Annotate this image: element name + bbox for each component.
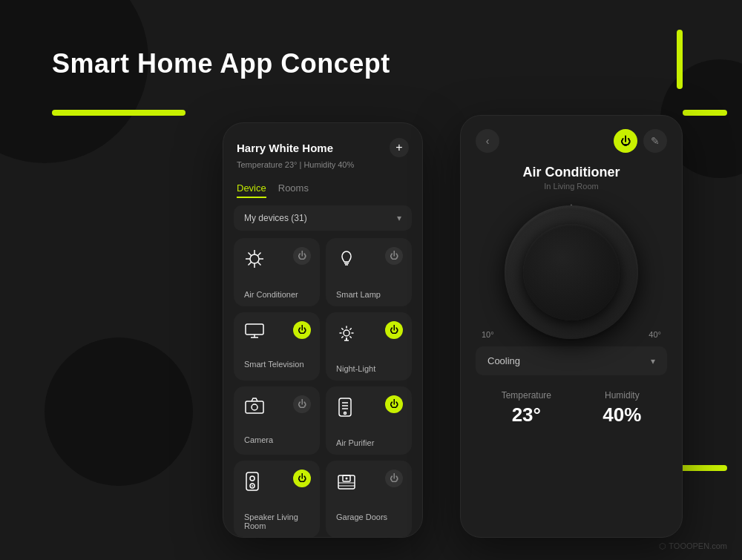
- knob-min-label: 10°: [482, 330, 494, 339]
- svg-rect-17: [246, 401, 263, 413]
- bg-circle-large: [0, 0, 148, 163]
- power-btn-speaker[interactable]: ⏻: [293, 470, 311, 487]
- power-toggle-button[interactable]: ⏻: [614, 129, 637, 153]
- knob-outer: [505, 205, 638, 339]
- page-title: Smart Home App Concept: [52, 48, 390, 79]
- svg-point-14: [344, 330, 349, 336]
- power-btn-garage[interactable]: ⏻: [385, 470, 403, 487]
- ac-device-name: Air Conditioner: [461, 165, 682, 180]
- watermark: ⬡ TOOOPEN.com: [659, 541, 727, 551]
- svg-point-18: [252, 404, 257, 410]
- accent-bar-right-vertical: [677, 30, 683, 89]
- temperature-knob-area: ▲ 10° 40°: [461, 198, 682, 346]
- power-btn-purifier[interactable]: ⏻: [385, 395, 403, 413]
- svg-line-6: [257, 262, 260, 265]
- svg-rect-11: [246, 324, 263, 335]
- stat-temperature: Temperature 23°: [502, 390, 551, 426]
- bg-circle-medium: [45, 337, 193, 486]
- temperature-label: Temperature: [502, 390, 551, 401]
- accent-bar-top-left: [52, 110, 186, 116]
- right-header: ‹ ⏻ ✎: [461, 116, 682, 153]
- device-grid: Air Conditioner ⏻ Smart Lamp ⏻: [223, 238, 422, 538]
- phone-left: Harry White Home + Temperature 23° | Hum…: [223, 122, 423, 538]
- device-card-camera[interactable]: Camera ⏻: [234, 386, 320, 455]
- add-device-button[interactable]: +: [390, 138, 409, 157]
- svg-point-30: [346, 478, 348, 480]
- edit-button[interactable]: ✎: [643, 129, 667, 153]
- power-btn-tv[interactable]: ⏻: [293, 321, 311, 339]
- dropdown-label: My devices (31): [244, 213, 307, 223]
- humidity-label: Humidity: [603, 390, 641, 401]
- home-name: Harry White Home: [237, 142, 333, 154]
- device-card-tv[interactable]: Smart Television ⏻: [234, 312, 320, 381]
- device-name-garage: Garage Doors: [336, 513, 401, 521]
- device-name-purifier: Air Purifier: [336, 438, 401, 447]
- knob-labels: 10° 40°: [461, 330, 682, 339]
- knob-max-label: 40°: [649, 330, 661, 339]
- home-info: Temperature 23° | Humidity 40%: [237, 160, 409, 169]
- power-btn-night[interactable]: ⏻: [385, 321, 403, 339]
- mode-label: Cooling: [487, 355, 520, 366]
- svg-line-7: [257, 253, 260, 256]
- phone-header: Harry White Home + Temperature 23° | Hum…: [223, 123, 422, 177]
- accent-bar-top-right: [683, 110, 727, 116]
- stats-row: Temperature 23° Humidity 40%: [476, 390, 667, 426]
- svg-line-8: [249, 262, 252, 265]
- tab-device[interactable]: Device: [237, 182, 266, 198]
- phone-right: ‹ ⏻ ✎ Air Conditioner In Living Room: [460, 115, 683, 538]
- back-button[interactable]: ‹: [476, 129, 499, 153]
- knob-container[interactable]: ▲: [497, 198, 646, 346]
- svg-line-5: [249, 253, 252, 256]
- device-name-ac: Air Conditioner: [244, 290, 309, 299]
- device-card-garage[interactable]: Garage Doors ⏻: [326, 461, 412, 538]
- mode-dropdown[interactable]: Cooling ▾: [476, 346, 667, 375]
- tab-rooms[interactable]: Rooms: [278, 182, 309, 198]
- device-card-speaker[interactable]: Speaker Living Room ⏻: [234, 461, 320, 538]
- device-tabs: Device Rooms: [223, 177, 422, 198]
- stat-humidity: Humidity 40%: [603, 390, 641, 426]
- right-action-icons: ⏻ ✎: [614, 129, 667, 153]
- device-name-night: Night-Light: [336, 364, 401, 373]
- device-card-purifier[interactable]: Air Purifier ⏻: [326, 386, 412, 455]
- humidity-value: 40%: [603, 403, 641, 426]
- power-btn-ac[interactable]: ⏻: [293, 247, 311, 265]
- device-name-tv: Smart Television: [244, 360, 309, 369]
- device-name-camera: Camera: [244, 435, 309, 444]
- temperature-value: 23°: [502, 403, 551, 426]
- device-name-lamp: Smart Lamp: [336, 290, 401, 299]
- svg-point-0: [250, 254, 259, 263]
- svg-rect-19: [339, 398, 351, 416]
- device-card-ac[interactable]: Air Conditioner ⏻: [234, 238, 320, 306]
- svg-point-27: [252, 485, 253, 487]
- svg-point-25: [250, 476, 255, 481]
- chevron-down-icon: ▾: [651, 356, 655, 366]
- power-btn-lamp[interactable]: ⏻: [385, 247, 403, 265]
- power-btn-camera[interactable]: ⏻: [293, 395, 311, 413]
- svg-point-23: [344, 412, 347, 415]
- chevron-down-icon: ▾: [397, 213, 401, 223]
- knob-inner: [523, 224, 620, 320]
- devices-dropdown[interactable]: My devices (31) ▾: [234, 205, 412, 231]
- ac-device-location: In Living Room: [461, 182, 682, 191]
- ac-title-section: Air Conditioner In Living Room: [461, 165, 682, 191]
- device-card-lamp[interactable]: Smart Lamp ⏻: [326, 238, 412, 306]
- device-card-night[interactable]: Night-Light ⏻: [326, 312, 412, 381]
- device-name-speaker: Speaker Living Room: [244, 513, 309, 530]
